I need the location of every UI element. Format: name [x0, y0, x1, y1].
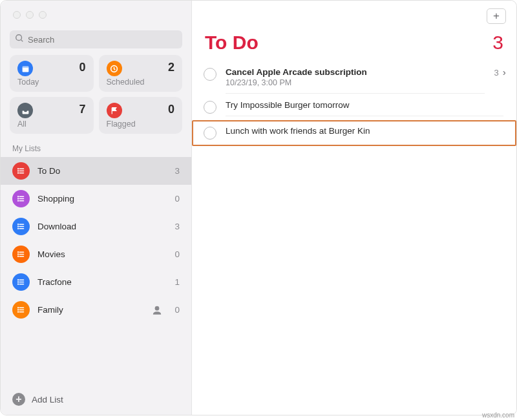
- reminder-subtitle: 10/23/19, 3:00 PM: [226, 78, 485, 87]
- card-scheduled-label: Scheduled: [107, 78, 175, 87]
- svg-point-28: [18, 256, 19, 257]
- list-icon: [12, 162, 30, 180]
- reminder-row[interactable]: Lunch with work friends at Burger Kin: [192, 120, 516, 146]
- card-all-label: All: [17, 120, 86, 129]
- card-scheduled[interactable]: 2 Scheduled: [99, 55, 183, 92]
- svg-point-20: [18, 224, 19, 225]
- sidebar-item-count: 3: [174, 166, 180, 176]
- complete-toggle[interactable]: [204, 68, 216, 81]
- svg-point-21: [18, 226, 19, 227]
- svg-point-22: [18, 228, 19, 229]
- svg-line-1: [21, 40, 23, 42]
- list-icon: [12, 218, 30, 235]
- sidebar-item-family[interactable]: Family 0: [1, 296, 191, 324]
- list-icon: [12, 190, 30, 207]
- card-today[interactable]: 0 Today: [10, 55, 94, 92]
- sidebar-item-label: Download: [37, 222, 167, 231]
- sidebar-item-todo[interactable]: To Do 3: [1, 157, 191, 185]
- sidebar-item-label: Shopping: [37, 194, 167, 204]
- sidebar-item-count: 0: [174, 305, 180, 315]
- svg-point-27: [18, 254, 19, 255]
- svg-point-32: [18, 280, 19, 280]
- calendar-icon: [17, 61, 33, 76]
- search-icon: [15, 34, 24, 43]
- app-window: 0 Today 2 Scheduled 7: [0, 0, 517, 415]
- shared-icon: [151, 304, 163, 316]
- svg-point-26: [18, 252, 19, 253]
- reminders-list: Cancel Apple Arcade subscription 10/23/1…: [192, 54, 516, 146]
- list-icon: [12, 273, 30, 291]
- reminder-title: Cancel Apple Arcade subscription: [226, 67, 485, 77]
- plus-circle-icon: +: [12, 393, 25, 406]
- svg-rect-3: [22, 66, 28, 67]
- flag-icon: [107, 103, 122, 118]
- svg-point-15: [18, 198, 19, 199]
- svg-point-10: [18, 173, 19, 173]
- smart-list-cards: 0 Today 2 Scheduled 7: [1, 55, 191, 142]
- list-total-count: 3: [492, 32, 503, 54]
- card-all[interactable]: 7 All: [10, 97, 94, 134]
- reminder-row[interactable]: Try Impossible Burger tomorrow: [192, 94, 516, 120]
- search-wrap: [1, 19, 191, 55]
- reminder-meta[interactable]: 3 ››: [494, 67, 503, 78]
- card-scheduled-count: 2: [168, 61, 174, 74]
- card-flagged-count: 0: [168, 103, 174, 116]
- list-icon: [12, 246, 30, 263]
- clock-icon: [107, 61, 122, 76]
- add-list-label: Add List: [32, 395, 63, 404]
- svg-point-38: [18, 308, 19, 308]
- sidebar-item-label: Tracfone: [37, 277, 167, 287]
- complete-toggle[interactable]: [204, 127, 216, 140]
- sidebar-item-label: Movies: [37, 249, 167, 259]
- svg-point-39: [18, 310, 19, 310]
- svg-point-34: [18, 284, 19, 284]
- card-today-label: Today: [17, 78, 86, 87]
- svg-point-16: [18, 200, 19, 201]
- complete-toggle[interactable]: [204, 101, 216, 114]
- minimize-window-button[interactable]: [26, 11, 34, 19]
- attribution: wsxdn.com: [482, 412, 514, 419]
- sidebar-item-count: 0: [174, 194, 180, 204]
- close-window-button[interactable]: [13, 11, 21, 19]
- reminder-body: Cancel Apple Arcade subscription 10/23/1…: [226, 67, 485, 94]
- sidebar: 0 Today 2 Scheduled 7: [1, 1, 192, 415]
- svg-point-41: [155, 306, 160, 310]
- sidebar-item-shopping[interactable]: Shopping 0: [1, 185, 191, 213]
- reminder-title: Lunch with work friends at Burger Kin: [226, 126, 503, 136]
- sidebar-item-movies[interactable]: Movies 0: [1, 240, 191, 268]
- sidebar-item-count: 0: [174, 249, 180, 259]
- svg-point-0: [16, 35, 22, 41]
- sidebar-item-count: 1: [174, 277, 180, 287]
- reminder-body: Lunch with work friends at Burger Kin: [226, 126, 503, 142]
- zoom-window-button[interactable]: [39, 11, 47, 19]
- main-pane: + To Do 3 Cancel Apple Arcade subscripti…: [192, 1, 516, 415]
- tray-icon: [17, 103, 33, 118]
- search-input[interactable]: [10, 30, 182, 48]
- my-lists-header: My Lists: [1, 142, 191, 157]
- svg-point-14: [18, 196, 19, 197]
- add-list-button[interactable]: + Add List: [1, 384, 191, 415]
- reminder-title: Try Impossible Burger tomorrow: [226, 100, 503, 110]
- list-header: To Do 3: [192, 1, 516, 54]
- list-icon: [12, 301, 30, 319]
- sidebar-item-label: Family: [37, 305, 143, 315]
- svg-point-8: [18, 169, 19, 169]
- list-items: To Do 3 Shopping 0 Download 3: [1, 157, 191, 384]
- subtask-count: 3: [494, 68, 498, 78]
- sidebar-item-download[interactable]: Download 3: [1, 213, 191, 240]
- card-flagged-label: Flagged: [107, 120, 175, 129]
- card-flagged[interactable]: 0 Flagged: [99, 97, 183, 134]
- add-reminder-button[interactable]: +: [487, 8, 506, 24]
- window-controls: [1, 1, 191, 19]
- svg-point-40: [18, 311, 19, 312]
- card-all-count: 7: [79, 103, 85, 116]
- svg-point-9: [18, 171, 19, 171]
- plus-icon: +: [493, 10, 500, 23]
- reminder-row[interactable]: Cancel Apple Arcade subscription 10/23/1…: [192, 61, 516, 94]
- chevron-right-icon: ››: [503, 67, 503, 78]
- reminder-body: Try Impossible Burger tomorrow: [226, 100, 503, 116]
- card-today-count: 0: [79, 61, 85, 74]
- svg-point-33: [18, 282, 19, 282]
- page-title: To Do: [205, 32, 258, 54]
- sidebar-item-tracfone[interactable]: Tracfone 1: [1, 268, 191, 296]
